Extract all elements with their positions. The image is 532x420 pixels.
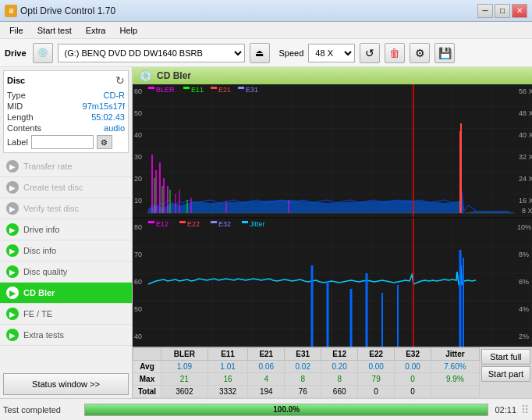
menu-start-test[interactable]: Start test (31, 24, 78, 37)
disc-label-label: Label (7, 137, 28, 147)
sidebar-item-label: Drive info (23, 225, 59, 234)
sidebar: Disc ↻ Type CD-R MID 97m15s17f Length 55… (0, 67, 133, 398)
drive-select[interactable]: (G:) BENQ DVD DD DW1640 BSRB (58, 44, 245, 62)
status-text: Test completed (3, 405, 81, 415)
sidebar-item-disc-info[interactable]: ▶ Disc info (0, 240, 132, 262)
svg-text:10: 10 (134, 197, 142, 205)
stats-header-row-label (133, 348, 161, 361)
start-full-button[interactable]: Start full (481, 349, 530, 365)
max-bler: 21 (161, 373, 208, 386)
start-part-button[interactable]: Start part (481, 366, 530, 382)
sidebar-item-disc-quality[interactable]: ▶ Disc quality (0, 262, 132, 283)
sidebar-item-verify-test-disc[interactable]: ▶ Verify test disc (0, 198, 132, 219)
sidebar-item-cd-bler[interactable]: ▶ CD Bler (0, 283, 132, 304)
app-title: Opti Drive Control 1.70 (20, 5, 115, 16)
sidebar-item-fe-te[interactable]: ▶ FE / TE (0, 304, 132, 325)
status-window-button[interactable]: Status window >> (3, 373, 129, 395)
svg-text:70: 70 (134, 251, 142, 258)
sidebar-item-label: Transfer rate (23, 162, 73, 171)
svg-text:32 X: 32 X (519, 153, 532, 161)
sidebar-item-label: FE / TE (23, 309, 52, 319)
stats-table: BLER E11 E21 E31 E12 E22 E32 Jitter Avg … (133, 347, 480, 398)
disc-panel-title: Disc (7, 76, 25, 85)
svg-text:8 X: 8 X (522, 207, 532, 215)
sidebar-item-drive-info[interactable]: ▶ Drive info (0, 219, 132, 240)
avg-e21: 0.06 (248, 361, 285, 373)
app-icon: 🖥 (5, 5, 17, 17)
verify-test-disc-icon: ▶ (6, 202, 19, 215)
svg-text:80: 80 (134, 223, 142, 231)
disc-length-label: Length (7, 112, 34, 122)
avg-e32: 0.00 (395, 361, 431, 373)
total-e31: 76 (285, 386, 321, 398)
svg-text:48 X: 48 X (519, 109, 532, 117)
status-time: 02:11 (495, 405, 516, 415)
minimize-button[interactable]: ─ (477, 4, 493, 18)
drive-info-icon: ▶ (6, 223, 19, 236)
svg-text:8%: 8% (519, 251, 529, 258)
speed-label: Speed (279, 48, 304, 58)
svg-text:E11: E11 (191, 86, 204, 94)
erase-icon[interactable]: 🗑 (385, 43, 405, 63)
toolbar: Drive 💿 (G:) BENQ DVD DD DW1640 BSRB ⏏ S… (0, 39, 532, 67)
svg-text:BLER: BLER (156, 86, 175, 94)
svg-text:56 X: 56 X (519, 87, 532, 95)
max-e32: 0 (395, 373, 431, 386)
disc-length-value: 55:02.43 (91, 112, 125, 122)
svg-text:E31: E31 (246, 86, 258, 94)
stats-row-total: Total 3602 3332 194 76 660 0 0 (133, 386, 480, 398)
max-e11: 16 (207, 373, 248, 386)
disc-type-value: CD-R (104, 91, 126, 100)
menu-help[interactable]: Help (113, 24, 144, 37)
svg-text:40: 40 (134, 333, 142, 340)
main-layout: Disc ↻ Type CD-R MID 97m15s17f Length 55… (0, 67, 532, 398)
svg-rect-61 (148, 221, 154, 223)
svg-text:60: 60 (134, 87, 142, 95)
refresh-icon[interactable]: ↺ (360, 43, 380, 63)
drive-icon-btn[interactable]: 💿 (33, 43, 53, 63)
avg-label: Avg (133, 361, 161, 373)
stats-header-e22: E22 (358, 348, 395, 361)
menu-file[interactable]: File (3, 24, 30, 37)
save-icon[interactable]: 💾 (434, 43, 455, 63)
disc-contents-value: audio (104, 123, 125, 133)
max-e22: 79 (358, 373, 395, 386)
disc-panel: Disc ↻ Type CD-R MID 97m15s17f Length 55… (3, 70, 129, 153)
disc-contents-label: Contents (7, 123, 41, 133)
close-button[interactable]: ✕ (512, 4, 527, 18)
total-e22: 0 (358, 386, 395, 398)
menu-extra[interactable]: Extra (80, 24, 112, 37)
avg-e31: 0.02 (285, 361, 321, 373)
total-e11: 3332 (207, 386, 248, 398)
disc-label-input[interactable] (31, 135, 94, 149)
content-area: 💿 CD Bler 60 50 40 (133, 67, 532, 398)
max-e21: 4 (248, 373, 285, 386)
total-e32: 0 (395, 386, 431, 398)
sidebar-item-transfer-rate[interactable]: ▶ Transfer rate (0, 156, 132, 177)
restore-button[interactable]: □ (495, 4, 510, 18)
svg-text:10%: 10% (517, 223, 531, 231)
speed-select[interactable]: 48 X (308, 44, 355, 62)
fe-te-icon: ▶ (6, 308, 19, 320)
max-e12: 8 (321, 373, 358, 386)
disc-label-button[interactable]: ⚙ (97, 135, 112, 149)
sidebar-item-create-test-disc[interactable]: ▶ Create test disc (0, 177, 132, 198)
settings-icon[interactable]: ⚙ (410, 43, 430, 63)
svg-text:30: 30 (134, 153, 142, 161)
chart-title-bar: 💿 CD Bler (133, 67, 532, 84)
stats-section: BLER E11 E21 E31 E12 E22 E32 Jitter Avg … (133, 347, 532, 398)
cd-bler-icon: ▶ (6, 287, 19, 299)
status-window-label: Status window >> (32, 379, 100, 389)
svg-text:E32: E32 (218, 220, 231, 228)
sidebar-item-label: Verify test disc (23, 204, 79, 213)
disc-refresh-icon[interactable]: ↻ (115, 74, 125, 87)
svg-text:2%: 2% (519, 333, 529, 340)
sidebar-item-label: Extra tests (23, 330, 64, 340)
sidebar-item-extra-tests[interactable]: ▶ Extra tests (0, 325, 132, 346)
total-bler: 3602 (161, 386, 208, 398)
eject-icon[interactable]: ⏏ (250, 43, 270, 63)
avg-bler: 1.09 (161, 361, 208, 373)
max-label: Max (133, 373, 161, 386)
total-e12: 660 (321, 386, 358, 398)
stats-header-e12: E12 (321, 348, 358, 361)
